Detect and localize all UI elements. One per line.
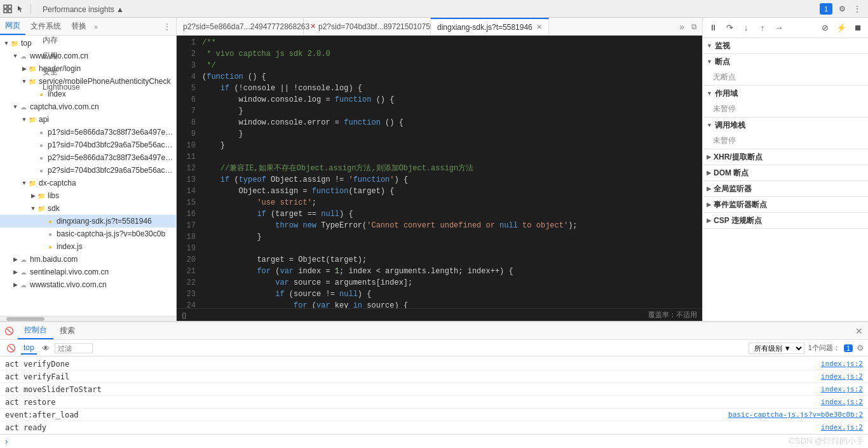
tree-item-service_mobile[interactable]: ▼📁service/mobilePhoneAuthenticityCheck bbox=[0, 75, 176, 88]
left-tab-replace[interactable]: 替换 bbox=[66, 18, 92, 34]
debug-section-header-monitor[interactable]: ▼监视 bbox=[703, 38, 868, 53]
tree-item-libs[interactable]: ▶📁libs bbox=[0, 189, 176, 202]
pause-btn[interactable]: ⏸ bbox=[707, 22, 719, 34]
code-line[interactable]: for (var key in source) { bbox=[202, 300, 702, 308]
debug-section-header-breakpoints[interactable]: ▼断点 bbox=[703, 54, 868, 69]
code-line[interactable] bbox=[202, 151, 702, 163]
code-line[interactable]: window.console.error = function () { bbox=[202, 117, 702, 128]
tree-item-hm_baidu[interactable]: ▶☁hm.baidu.com bbox=[0, 253, 176, 266]
code-line[interactable]: var source = arguments[index]; bbox=[202, 277, 702, 288]
code-line[interactable]: } bbox=[202, 231, 702, 243]
tree-item-p2sid2[interactable]: ●p2?sid=704bd3bfc29a6a75be56ac19e bbox=[0, 164, 176, 177]
tree-item-p1sid2[interactable]: ●p1?sid=704bd3bfc29a6a75be56ac19e bbox=[0, 139, 176, 151]
console-settings-icon[interactable]: ⚙ bbox=[857, 343, 864, 353]
console-source[interactable]: index.js:2 bbox=[821, 372, 863, 381]
tree-item-index2[interactable]: ●index.js bbox=[0, 240, 176, 253]
console-row[interactable]: act verifyDoneindex.js:2 bbox=[0, 358, 868, 370]
console-row[interactable]: act moveSliderToStartindex.js:2 bbox=[0, 383, 868, 396]
left-panel-scrollbar[interactable] bbox=[0, 316, 176, 321]
code-line[interactable] bbox=[202, 243, 702, 254]
debug-section-header-callstack[interactable]: ▼调用堆栈 bbox=[703, 118, 868, 133]
code-line[interactable]: Object.assign = function(target) { bbox=[202, 186, 702, 197]
bottom-tab-search[interactable]: 搜索 bbox=[53, 323, 81, 339]
inspect-icon[interactable] bbox=[3, 4, 13, 14]
tree-item-sentinelapi[interactable]: ▶☁sentinelapi.vivo.com.cn bbox=[0, 266, 176, 278]
filter-input[interactable] bbox=[55, 343, 93, 353]
code-line[interactable]: target = Object(target); bbox=[202, 254, 702, 266]
code-line[interactable]: window.console.log = function () { bbox=[202, 94, 702, 105]
console-input[interactable] bbox=[11, 437, 863, 446]
more-icon[interactable]: ⋮ bbox=[851, 3, 863, 15]
pause-on-exception-btn[interactable]: ⏹ bbox=[851, 22, 864, 34]
console-row[interactable]: act verifyFailindex.js:2 bbox=[0, 370, 868, 383]
tree-item-p2sid1[interactable]: ●p2?sid=5e866da73c88f73e6a497ed7c bbox=[0, 151, 176, 164]
code-line[interactable]: 'use strict'; bbox=[202, 197, 702, 208]
left-tab-webpage[interactable]: 网页 bbox=[0, 18, 25, 35]
eye-icon[interactable]: 👁 bbox=[39, 343, 52, 354]
split-editor-icon[interactable]: ⧉ bbox=[688, 21, 700, 32]
deactivate-btn[interactable]: ⊘ bbox=[818, 22, 831, 34]
tree-item-captcha_vivo[interactable]: ▼☁captcha.vivo.com.cn bbox=[0, 100, 176, 113]
debug-section-header-scope[interactable]: ▼作用域 bbox=[703, 86, 868, 101]
debug-section-header-global[interactable]: ▶全局监听器 bbox=[703, 181, 868, 196]
tree-item-sdk[interactable]: ▼📁sdk bbox=[0, 202, 176, 215]
code-line[interactable]: if (typeof Object.assign != 'function') … bbox=[202, 174, 702, 186]
dont-pause-btn[interactable]: ⚡ bbox=[835, 22, 848, 34]
code-line[interactable]: * vivo captcha js sdk 2.0.0 bbox=[202, 48, 702, 60]
console-source[interactable]: index.js:2 bbox=[821, 398, 863, 406]
settings-icon[interactable]: ⚙ bbox=[836, 3, 848, 15]
bottom-tab-console[interactable]: 控制台 bbox=[18, 322, 53, 339]
console-row[interactable]: event:after_loadbasic-captcha-js.js?v=b0… bbox=[0, 409, 868, 421]
clear-console-icon[interactable]: 🚫 bbox=[4, 326, 14, 336]
console-row[interactable]: act restoreindex.js:2 bbox=[0, 396, 868, 409]
debug-section-header-dom[interactable]: ▶DOM 断点 bbox=[703, 165, 868, 180]
left-tabs-more[interactable]: » bbox=[94, 23, 98, 31]
editor-tab-dingxiang[interactable]: dingxiang-sdk.js?t=5581946✕ bbox=[431, 18, 549, 36]
console-source[interactable]: index.js:2 bbox=[821, 423, 863, 431]
code-line[interactable]: } bbox=[202, 140, 702, 151]
debug-section-header-xhr[interactable]: ▶XHR/提取断点 bbox=[703, 149, 868, 165]
step-into-btn[interactable]: ↓ bbox=[740, 22, 752, 34]
code-lines[interactable]: /** * vivo captcha js sdk 2.0.0 */(funct… bbox=[200, 36, 702, 308]
editor-tabs-more[interactable]: » bbox=[675, 22, 688, 32]
code-line[interactable]: //兼容IE,如果不存在Object.assign方法,则添加Object.as… bbox=[202, 163, 702, 174]
code-line[interactable]: if (!console || !console.log) { bbox=[202, 83, 702, 94]
debug-section-header-csp[interactable]: ▶CSP 违规断点 bbox=[703, 213, 868, 228]
tree-item-basic_captcha[interactable]: ●basic-captcha-js.js?v=b0e30c0b bbox=[0, 227, 176, 240]
console-source[interactable]: basic-captcha-js.js?v=b0e30c0b:2 bbox=[728, 411, 863, 419]
editor-tab-p2sid_2[interactable]: ✕p2?sid=704bd3bf...89721501075974 bbox=[304, 18, 431, 36]
format-button[interactable]: {} bbox=[182, 311, 186, 319]
code-line[interactable]: throw new TypeError('Cannot convert unde… bbox=[202, 220, 702, 231]
code-line[interactable]: for (var index = 1; index < arguments.le… bbox=[202, 266, 702, 277]
tree-item-wwwstatic[interactable]: ▶☁wwwstatic.vivo.com.cn bbox=[0, 278, 176, 291]
code-line[interactable]: if (source != null) { bbox=[202, 288, 702, 300]
tree-item-p1sid1[interactable]: ●p1?sid=5e866da73c88f73e6a497ed7c bbox=[0, 126, 176, 139]
code-line[interactable]: } bbox=[202, 105, 702, 117]
tree-item-top[interactable]: ▼📁top bbox=[0, 37, 176, 50]
context-selector[interactable]: top bbox=[21, 342, 37, 355]
more-options-icon[interactable]: ⋮ bbox=[162, 22, 172, 32]
close-bottom-panel-btn[interactable]: ✕ bbox=[850, 326, 868, 336]
console-row[interactable]: act readyindex.js:2 bbox=[0, 421, 868, 434]
cursor-icon[interactable] bbox=[15, 4, 25, 14]
debug-section-header-event[interactable]: ▶事件监听器断点 bbox=[703, 197, 868, 212]
tree-item-dx-captcha[interactable]: ▼📁dx-captcha bbox=[0, 177, 176, 189]
left-tab-filesystem[interactable]: 文件系统 bbox=[25, 18, 66, 34]
toolbar-tab-performance[interactable]: Performance insights ▲ bbox=[36, 3, 130, 17]
tab-close-btn[interactable]: ✕ bbox=[536, 23, 542, 31]
tree-item-vivo[interactable]: ▼☁www.vivo.com.cn bbox=[0, 50, 176, 62]
tree-item-api[interactable]: ▼📁api bbox=[0, 113, 176, 126]
step-btn[interactable]: → bbox=[773, 22, 785, 34]
tree-item-index1[interactable]: ●index bbox=[0, 88, 176, 100]
editor-tab-p2sid_1[interactable]: p2?sid=5e866da7...24947772868263 bbox=[177, 18, 304, 36]
code-line[interactable]: /** bbox=[202, 37, 702, 48]
code-line[interactable]: */ bbox=[202, 60, 702, 71]
code-line[interactable]: if (target == null) { bbox=[202, 208, 702, 220]
console-source[interactable]: index.js:2 bbox=[821, 385, 863, 393]
step-over-btn[interactable]: ↷ bbox=[723, 22, 736, 34]
tree-item-header_login[interactable]: ▶📁header/login bbox=[0, 62, 176, 75]
tree-item-dingxiang[interactable]: ●dingxiang-sdk.js?t=5581946 bbox=[0, 215, 176, 227]
code-line[interactable]: } bbox=[202, 128, 702, 140]
step-out-btn[interactable]: ↑ bbox=[756, 22, 769, 34]
no-filter-icon[interactable]: 🚫 bbox=[4, 343, 18, 354]
